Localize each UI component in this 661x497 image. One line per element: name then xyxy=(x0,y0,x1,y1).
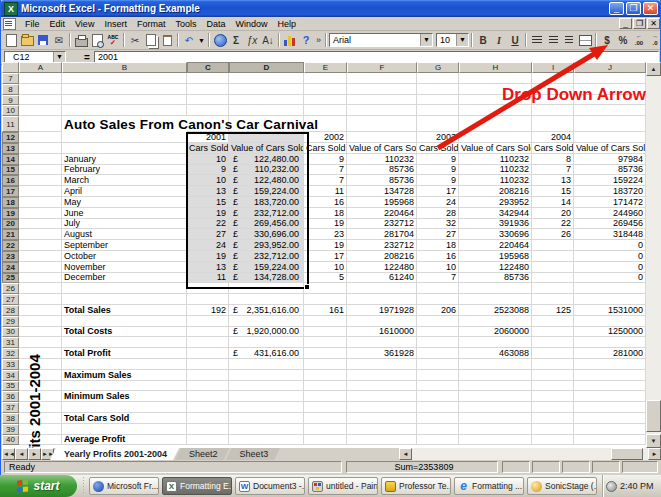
cell[interactable] xyxy=(187,424,229,435)
cell[interactable] xyxy=(62,84,187,95)
cell[interactable]: 27 xyxy=(187,229,229,240)
cell[interactable] xyxy=(304,283,347,294)
print-icon[interactable] xyxy=(73,32,89,48)
cell[interactable] xyxy=(574,435,646,446)
menu-edit[interactable]: Edit xyxy=(45,19,71,29)
cell[interactable]: 14 xyxy=(532,197,574,208)
cell[interactable] xyxy=(229,95,304,106)
cell[interactable] xyxy=(19,132,62,143)
cell[interactable]: November xyxy=(62,262,187,273)
cell[interactable]: 10 xyxy=(187,175,229,186)
cell[interactable]: September xyxy=(62,240,187,251)
cell[interactable]: 110232 xyxy=(347,154,417,165)
cell[interactable] xyxy=(347,424,417,435)
cell[interactable] xyxy=(62,105,187,116)
cell[interactable] xyxy=(532,316,574,327)
cell[interactable]: 0 xyxy=(574,240,646,251)
row-header-8[interactable]: 8 xyxy=(2,84,19,95)
cell[interactable]: 11 xyxy=(304,186,347,197)
cell[interactable] xyxy=(417,316,459,327)
cell[interactable] xyxy=(574,316,646,327)
row-header-21[interactable]: 21 xyxy=(2,229,19,240)
copy-icon[interactable] xyxy=(143,32,159,48)
column-header-I[interactable]: I xyxy=(532,62,574,73)
row-header-23[interactable]: 23 xyxy=(2,251,19,262)
cell[interactable]: 2001 xyxy=(187,132,229,143)
column-header-J[interactable]: J xyxy=(574,62,646,73)
cell[interactable] xyxy=(229,105,304,116)
hyperlink-icon[interactable] xyxy=(212,32,228,48)
cell[interactable]: £232,712.00 xyxy=(229,251,304,262)
percent-icon[interactable]: % xyxy=(615,32,631,48)
row-header-10[interactable]: 10 xyxy=(2,105,19,116)
merge-center-icon[interactable] xyxy=(577,32,593,48)
cell[interactable]: 19 xyxy=(304,240,347,251)
cell[interactable] xyxy=(19,116,62,132)
cell[interactable]: 330696 xyxy=(459,229,532,240)
workbook-close-button[interactable]: ✕ xyxy=(647,18,660,29)
cell[interactable]: October xyxy=(62,251,187,262)
taskbar-button[interactable]: eFormatting ... xyxy=(454,477,524,495)
cell[interactable] xyxy=(187,316,229,327)
cell[interactable] xyxy=(532,337,574,348)
cell[interactable] xyxy=(574,294,646,305)
row-header-18[interactable]: 18 xyxy=(2,197,19,208)
cell[interactable] xyxy=(229,283,304,294)
menu-insert[interactable]: Insert xyxy=(99,19,132,29)
row-header-39[interactable]: 39 xyxy=(2,424,19,435)
row-header-40[interactable]: 40 xyxy=(2,435,19,446)
row-header-22[interactable]: 22 xyxy=(2,240,19,251)
cut-icon[interactable]: ✂ xyxy=(127,32,143,48)
cell[interactable] xyxy=(532,251,574,262)
cell[interactable]: £1,920,000.00 xyxy=(229,327,304,338)
cell[interactable] xyxy=(417,348,459,359)
cell[interactable]: Value of Cars Sold xyxy=(459,143,532,154)
cell[interactable]: 110232 xyxy=(459,154,532,165)
cell[interactable]: 9 xyxy=(417,175,459,186)
cell[interactable]: 208216 xyxy=(347,251,417,262)
cell[interactable] xyxy=(532,105,574,116)
cell[interactable]: 361928 xyxy=(347,348,417,359)
cell[interactable] xyxy=(347,402,417,413)
cell[interactable] xyxy=(187,105,229,116)
cell[interactable]: 18 xyxy=(417,240,459,251)
cell[interactable]: 7 xyxy=(417,273,459,284)
cell[interactable] xyxy=(347,283,417,294)
cell[interactable]: 13 xyxy=(187,186,229,197)
row-header-37[interactable]: 37 xyxy=(2,402,19,413)
cell[interactable] xyxy=(417,294,459,305)
cell[interactable]: Cars Sold xyxy=(417,143,459,154)
sort-ascending-icon[interactable]: A↓ xyxy=(260,32,276,48)
row-header-28[interactable]: 28 xyxy=(2,305,19,316)
cell[interactable]: 2523088 xyxy=(459,305,532,316)
row-header-27[interactable]: 27 xyxy=(2,294,19,305)
cell[interactable] xyxy=(459,132,532,143)
cell[interactable] xyxy=(187,359,229,370)
cell[interactable]: Value of Cars Sold xyxy=(229,143,304,154)
cell[interactable] xyxy=(532,391,574,402)
cell[interactable] xyxy=(417,370,459,381)
minimize-button[interactable]: _ xyxy=(609,2,624,15)
cell[interactable]: 232712 xyxy=(347,219,417,230)
cell[interactable] xyxy=(574,370,646,381)
cell[interactable] xyxy=(304,435,347,446)
cell[interactable] xyxy=(417,327,459,338)
cell[interactable] xyxy=(532,370,574,381)
cell[interactable] xyxy=(417,73,459,84)
cell[interactable] xyxy=(532,327,574,338)
cell[interactable]: 463088 xyxy=(459,348,532,359)
cell[interactable] xyxy=(229,402,304,413)
cell[interactable]: £159,224.00 xyxy=(229,186,304,197)
chart-wizard-icon[interactable] xyxy=(282,32,298,48)
menu-data[interactable]: Data xyxy=(201,19,230,29)
cell[interactable] xyxy=(347,391,417,402)
cell[interactable] xyxy=(532,435,574,446)
cell[interactable] xyxy=(19,262,62,273)
cell[interactable] xyxy=(62,316,187,327)
cell[interactable]: July xyxy=(62,219,187,230)
cell[interactable] xyxy=(459,370,532,381)
scroll-right-icon[interactable]: ► xyxy=(648,448,661,460)
workbook-restore-button[interactable]: ❐ xyxy=(633,18,646,29)
cell[interactable] xyxy=(417,95,459,106)
row-header-16[interactable]: 16 xyxy=(2,175,19,186)
